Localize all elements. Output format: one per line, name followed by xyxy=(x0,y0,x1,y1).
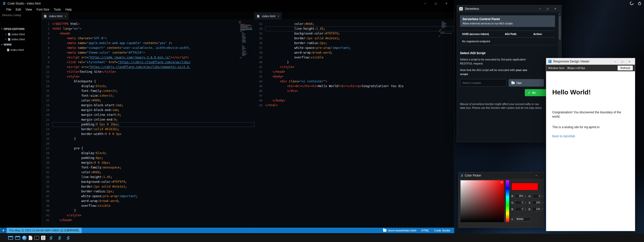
stepper[interactable]: ▴▾ xyxy=(525,195,526,197)
code-line[interactable]: color:#999; xyxy=(52,98,254,103)
sidebar-item-index-html[interactable]: index.html xyxy=(0,47,41,52)
code-line[interactable]: overflow:visible xyxy=(52,203,254,208)
code-line[interactable]: word-wrap:break-word; xyxy=(52,199,254,203)
loading-spinner-icon[interactable] xyxy=(630,1,634,6)
code-line[interactable]: line-height:1.45; xyxy=(52,175,254,180)
code-line[interactable]: border:solid #b1b1b1; xyxy=(52,127,254,132)
code-line[interactable]: <meta charset="UTF-8"> xyxy=(52,36,254,41)
code-line[interactable]: margin:0 0 10px; xyxy=(52,160,254,165)
field-input[interactable] xyxy=(532,194,541,198)
section-www[interactable]: ▾WWW xyxy=(0,42,41,47)
field-input[interactable] xyxy=(515,194,524,198)
code-line[interactable]: <!DOCTYPE html> xyxy=(52,22,254,26)
maximize-button[interactable]: □ xyxy=(619,58,626,64)
code-line[interactable]: color:#666; xyxy=(265,22,454,26)
code-line[interactable]: background-color:#f9f9f9; xyxy=(52,180,254,184)
code-line[interactable]: line-height:1.45; xyxy=(265,26,454,31)
code-line[interactable] xyxy=(265,93,454,98)
menu-edit[interactable]: Edit xyxy=(13,8,23,11)
code-editor[interactable]: 323334353637383940414243444546474849 col… xyxy=(255,20,454,228)
stepper[interactable]: ▴▾ xyxy=(525,208,526,211)
code-line[interactable]: </div> xyxy=(265,89,454,93)
code-line[interactable]: border-radius:2px; xyxy=(265,41,454,46)
title-bar[interactable]: Serverless – □ × xyxy=(457,5,561,12)
menu-tools[interactable]: Tools xyxy=(52,8,63,11)
status-file[interactable]: store:/www/index.html xyxy=(383,229,416,232)
minimap[interactable] xyxy=(438,21,453,37)
app-window-icon[interactable] xyxy=(8,236,13,240)
code-line[interactable]: <script src="https://cdnjs.cloudflare.co… xyxy=(52,65,254,70)
code-studio-icon[interactable]: S xyxy=(47,235,54,241)
maximize-button[interactable]: □ xyxy=(544,6,551,12)
code-line[interactable]: padding:8px; xyxy=(52,156,254,160)
text-editor-icon[interactable] xyxy=(29,236,32,240)
close-button[interactable]: × xyxy=(551,6,559,12)
code-line[interactable]: </head> xyxy=(52,218,254,223)
code-studio-3-icon[interactable]: S xyxy=(65,235,71,241)
code-line[interactable]: white-space:pre-wrap!important; xyxy=(265,46,454,50)
hex-input[interactable] xyxy=(515,217,531,221)
close-icon[interactable]: × xyxy=(5,33,7,36)
code-line[interactable]: <meta name="viewport" content="user-scal… xyxy=(52,46,254,50)
code-line[interactable]: } xyxy=(52,136,254,141)
serverless-app-icon[interactable] xyxy=(41,236,45,240)
hue-slider[interactable] xyxy=(506,180,509,222)
current-color-swatch[interactable] xyxy=(525,183,538,190)
code-line[interactable]: </style> xyxy=(265,65,454,70)
code-line[interactable]: <head> xyxy=(52,31,254,36)
code-content[interactable]: <!DOCTYPE html><html lang="en"> <head> <… xyxy=(52,20,254,228)
stepper[interactable]: ▴▾ xyxy=(542,208,543,211)
menu-view[interactable]: View xyxy=(23,8,34,11)
color-cursor[interactable] xyxy=(501,181,503,183)
title-bar[interactable]: Responsive Design Viewer – □ × xyxy=(546,58,635,65)
code-line[interactable]: <html lang="en"> xyxy=(52,26,254,31)
field-input[interactable] xyxy=(532,207,541,211)
minimize-button[interactable]: – xyxy=(536,6,544,12)
menu-help[interactable]: Help xyxy=(63,8,74,11)
browser-icon[interactable] xyxy=(22,236,27,240)
code-line[interactable]: background-color:#f9f9f9; xyxy=(265,31,454,36)
code-line[interactable]: </body> xyxy=(265,98,454,103)
remote-indicator-icon[interactable] xyxy=(0,228,7,233)
maximize-button[interactable]: □ xyxy=(431,0,441,7)
code-line[interactable]: </head> xyxy=(265,70,454,74)
code-line[interactable]: border:1px solid #e1e1e1; xyxy=(265,36,454,41)
close-button[interactable]: × xyxy=(626,58,633,64)
code-line[interactable]: overflow:visible xyxy=(265,55,454,60)
code-line[interactable]: <div class="ui container"> xyxy=(265,79,454,84)
sidebar-item-index-html[interactable]: ×index.html xyxy=(0,32,41,37)
code-line[interactable]: <script src="https://code.jquery.com/jqu… xyxy=(52,55,254,60)
code-line[interactable]: <h1><br></h1><h1>Hello World!<br></h1><p… xyxy=(265,84,454,89)
scroll-up-icon[interactable]: ▲ xyxy=(558,12,561,15)
section-open-editors[interactable]: ▾OPEN EDITORS xyxy=(0,26,41,32)
minimap[interactable] xyxy=(238,21,253,59)
tab-index-html[interactable]: index.html × xyxy=(255,13,282,19)
code-line[interactable]: <style> xyxy=(52,74,254,79)
field-input[interactable] xyxy=(515,200,524,205)
tab-index-html[interactable]: index.html × xyxy=(42,13,69,19)
code-line[interactable]: <title>Testing Site</title> xyxy=(52,70,254,74)
stepper[interactable]: ▴▾ xyxy=(542,195,543,197)
code-line[interactable]: margin-inline-end:0; xyxy=(52,117,254,122)
power-icon[interactable] xyxy=(638,2,641,6)
code-line[interactable]: pre { xyxy=(52,146,254,151)
terminal-icon[interactable]: >_ xyxy=(34,236,39,240)
code-line[interactable]: margin-block-start:1em; xyxy=(52,103,254,108)
code-line[interactable]: } xyxy=(265,60,454,65)
code-line[interactable]: color:#666; xyxy=(52,170,254,175)
stepper[interactable]: ▴▾ xyxy=(542,201,543,204)
tab-close-icon[interactable]: × xyxy=(278,15,279,18)
code-line[interactable] xyxy=(52,141,254,146)
code-studio-2-icon[interactable]: S xyxy=(56,235,63,241)
code-line[interactable]: font-size:inherit; xyxy=(52,93,254,98)
start-grid-icon[interactable] xyxy=(2,236,6,240)
back-to-aprintlab-link[interactable]: Back to Aprintlab xyxy=(552,134,575,138)
menu-file[interactable]: File xyxy=(4,8,13,11)
code-line[interactable]: } xyxy=(52,208,254,213)
select-location-input[interactable] xyxy=(460,79,507,87)
code-line[interactable]: <link rel="stylesheet" href="https://cdn… xyxy=(52,60,254,65)
code-line[interactable]: word-wrap:break-word; xyxy=(265,50,454,55)
minimize-button[interactable]: – xyxy=(420,0,431,7)
new-color-swatch[interactable] xyxy=(512,183,525,190)
title-bar[interactable]: S Code Studio - index.html – □ × xyxy=(0,0,454,7)
